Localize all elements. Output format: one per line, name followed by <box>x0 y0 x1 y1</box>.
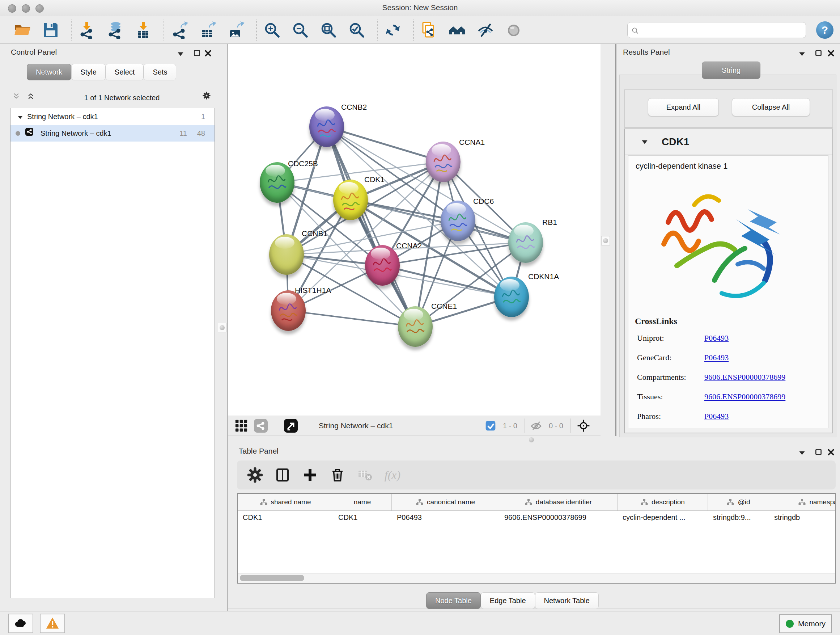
cell-shared-name[interactable]: CDK1 <box>238 511 333 526</box>
export-network-button[interactable] <box>170 20 189 40</box>
delete-columns-button[interactable] <box>327 465 347 485</box>
crosslink-link[interactable]: P06493 <box>704 333 729 343</box>
network-edge-hist1h1a-ccne1[interactable] <box>288 310 415 326</box>
network-node-ccna1[interactable] <box>426 141 461 182</box>
import-network-from-file-button[interactable] <box>77 20 96 40</box>
panel-menu-icon[interactable] <box>798 449 806 457</box>
birdseye-view-icon[interactable] <box>576 418 591 433</box>
panel-close-icon[interactable] <box>827 448 835 456</box>
show-columns-button[interactable] <box>272 465 293 485</box>
network-node-cdc6[interactable] <box>441 201 475 241</box>
column-header-namespace[interactable]: namespace <box>769 494 836 510</box>
scrollbar-thumb[interactable] <box>240 575 304 581</box>
tab-network-table[interactable]: Network Table <box>535 592 599 609</box>
apply-preferred-layout-button[interactable] <box>384 20 402 40</box>
section-collapse-icon[interactable] <box>641 138 649 146</box>
selected-checkbox-icon[interactable] <box>485 418 496 433</box>
export-image-button[interactable] <box>226 20 245 40</box>
crosslink-link[interactable]: 9606.ENSP00000378699 <box>704 392 785 402</box>
network-edge-ccnb2-ccna1[interactable] <box>327 127 443 162</box>
network-node-ccnb1[interactable] <box>269 234 304 275</box>
cell-description[interactable]: cyclin-dependent ... <box>617 511 708 526</box>
show-all-button[interactable] <box>504 20 523 40</box>
collapse-all-button[interactable]: Collapse All <box>732 98 810 116</box>
network-node-hist1h1a[interactable] <box>271 290 306 331</box>
panel-close-icon[interactable] <box>827 49 835 57</box>
tab-sets[interactable]: Sets <box>144 64 176 80</box>
network-node-cdkn1a[interactable] <box>494 277 529 317</box>
network-edge-ccnb2-ccne1[interactable] <box>327 127 415 326</box>
panel-float-icon[interactable] <box>193 49 201 57</box>
network-collection-row[interactable]: String Network – cdk1 1 <box>11 108 215 125</box>
column-header-id[interactable]: @id <box>708 494 769 510</box>
save-session-button[interactable] <box>41 20 60 40</box>
panel-menu-icon[interactable] <box>798 50 806 58</box>
zoom-selected-button[interactable] <box>347 20 366 40</box>
import-network-from-database-button[interactable] <box>106 20 125 40</box>
tab-select[interactable]: Select <box>106 64 144 80</box>
crosslink-link[interactable]: 9606.ENSP00000378699 <box>704 372 785 382</box>
cell-name[interactable]: CDK1 <box>333 511 392 526</box>
table-horizontal-scrollbar[interactable] <box>238 573 835 583</box>
memory-button[interactable]: Memory <box>779 614 832 633</box>
network-row-selected[interactable]: String Network – cdk1 11 48 <box>11 125 215 141</box>
network-canvas[interactable]: CCNB2CCNA1CDC25BCDK1CDC6RB1CCNB1CCNA2CDK… <box>228 44 600 416</box>
cell-canonical-name[interactable]: P06493 <box>392 511 499 526</box>
open-session-button[interactable] <box>13 20 32 40</box>
network-node-ccnb2[interactable] <box>309 106 344 147</box>
search-box[interactable] <box>627 22 806 38</box>
cloud-button[interactable] <box>8 614 33 633</box>
right-splitter-grip[interactable] <box>601 236 610 245</box>
horizontal-splitter-grip[interactable] <box>527 436 536 444</box>
import-table-from-file-button[interactable] <box>134 20 153 40</box>
zoom-fit-content-button[interactable] <box>319 20 338 40</box>
column-header-canonical-name[interactable]: canonical name <box>392 494 499 510</box>
grid-view-icon[interactable] <box>234 418 249 433</box>
collection-expand-icon[interactable] <box>17 113 24 120</box>
zoom-out-button[interactable] <box>291 20 309 40</box>
panel-close-icon[interactable] <box>204 49 212 57</box>
node-result-header[interactable]: CDK1 <box>625 129 832 155</box>
warnings-button[interactable] <box>40 614 65 633</box>
crosslink-link[interactable]: P06493 <box>704 353 729 363</box>
tab-string[interactable]: String <box>702 62 760 79</box>
network-list-options-gear-icon[interactable] <box>202 92 215 104</box>
panel-menu-icon[interactable] <box>177 50 185 58</box>
zoom-in-button[interactable] <box>263 20 281 40</box>
network-node-cdk1[interactable] <box>333 180 368 220</box>
table-row[interactable]: CDK1CDK1P064939606.ENSP00000378699cyclin… <box>238 511 836 526</box>
cell-id[interactable]: stringdb:9... <box>708 511 769 526</box>
hidden-eye-icon[interactable] <box>530 418 542 433</box>
panel-float-icon[interactable] <box>815 448 823 456</box>
tab-network[interactable]: Network <box>27 64 71 80</box>
panel-float-icon[interactable] <box>815 49 823 57</box>
hide-selected-button[interactable] <box>476 20 495 40</box>
network-view-icon[interactable] <box>253 418 268 433</box>
duplicate-network-button[interactable] <box>420 20 439 40</box>
tab-style[interactable]: Style <box>71 64 105 80</box>
network-node-ccne1[interactable] <box>398 306 433 347</box>
network-node-ccna2[interactable] <box>365 245 400 286</box>
export-table-button[interactable] <box>198 20 217 40</box>
detach-view-icon[interactable] <box>283 418 298 433</box>
network-node-rb1[interactable] <box>508 222 543 263</box>
expand-all-networks-icon[interactable] <box>12 92 23 103</box>
network-node-cdc25b[interactable] <box>260 162 294 203</box>
first-neighbors-button[interactable] <box>448 20 467 40</box>
table-options-button[interactable] <box>245 465 265 485</box>
cell-namespace[interactable]: stringdb <box>769 511 836 526</box>
column-header-name[interactable]: name <box>333 494 392 510</box>
create-column-button[interactable] <box>300 465 320 485</box>
expand-all-button[interactable]: Expand All <box>648 98 719 116</box>
search-input[interactable] <box>639 23 806 37</box>
cell-database-identifier[interactable]: 9606.ENSP00000378699 <box>499 511 617 526</box>
crosslink-link[interactable]: P06493 <box>704 412 729 421</box>
help-button[interactable]: ? <box>816 21 834 39</box>
left-splitter-grip[interactable] <box>218 323 226 333</box>
column-header-description[interactable]: description <box>617 494 708 510</box>
column-header-database-identifier[interactable]: database identifier <box>499 494 617 510</box>
tab-node-table[interactable]: Node Table <box>426 592 481 609</box>
tab-edge-table[interactable]: Edge Table <box>481 592 535 609</box>
collapse-all-networks-icon[interactable] <box>27 92 38 103</box>
column-header-shared-name[interactable]: shared name <box>238 494 333 510</box>
